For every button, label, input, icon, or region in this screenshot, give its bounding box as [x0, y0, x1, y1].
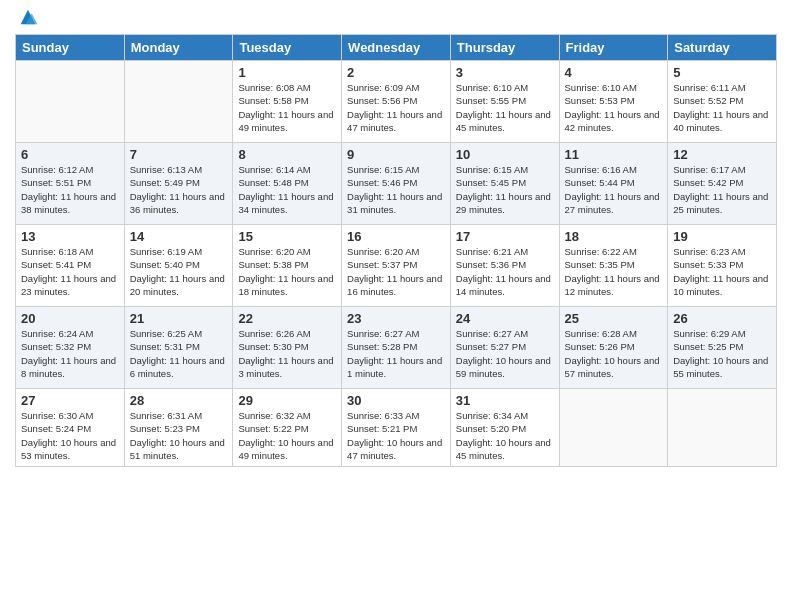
- day-info: Sunrise: 6:20 AM Sunset: 5:38 PM Dayligh…: [238, 245, 336, 298]
- day-info: Sunrise: 6:24 AM Sunset: 5:32 PM Dayligh…: [21, 327, 119, 380]
- day-number: 21: [130, 311, 228, 326]
- calendar-cell: 10Sunrise: 6:15 AM Sunset: 5:45 PM Dayli…: [450, 143, 559, 225]
- day-info: Sunrise: 6:19 AM Sunset: 5:40 PM Dayligh…: [130, 245, 228, 298]
- day-number: 3: [456, 65, 554, 80]
- calendar-cell: 21Sunrise: 6:25 AM Sunset: 5:31 PM Dayli…: [124, 307, 233, 389]
- calendar-cell: 25Sunrise: 6:28 AM Sunset: 5:26 PM Dayli…: [559, 307, 668, 389]
- calendar-cell: 12Sunrise: 6:17 AM Sunset: 5:42 PM Dayli…: [668, 143, 777, 225]
- calendar-cell: 19Sunrise: 6:23 AM Sunset: 5:33 PM Dayli…: [668, 225, 777, 307]
- day-number: 20: [21, 311, 119, 326]
- day-number: 14: [130, 229, 228, 244]
- day-number: 27: [21, 393, 119, 408]
- calendar-cell: 23Sunrise: 6:27 AM Sunset: 5:28 PM Dayli…: [342, 307, 451, 389]
- day-info: Sunrise: 6:27 AM Sunset: 5:28 PM Dayligh…: [347, 327, 445, 380]
- calendar-cell: 14Sunrise: 6:19 AM Sunset: 5:40 PM Dayli…: [124, 225, 233, 307]
- day-info: Sunrise: 6:15 AM Sunset: 5:45 PM Dayligh…: [456, 163, 554, 216]
- day-info: Sunrise: 6:11 AM Sunset: 5:52 PM Dayligh…: [673, 81, 771, 134]
- day-info: Sunrise: 6:22 AM Sunset: 5:35 PM Dayligh…: [565, 245, 663, 298]
- calendar-cell: 29Sunrise: 6:32 AM Sunset: 5:22 PM Dayli…: [233, 389, 342, 467]
- calendar-cell: 5Sunrise: 6:11 AM Sunset: 5:52 PM Daylig…: [668, 61, 777, 143]
- calendar-cell: 6Sunrise: 6:12 AM Sunset: 5:51 PM Daylig…: [16, 143, 125, 225]
- calendar-header-row: SundayMondayTuesdayWednesdayThursdayFrid…: [16, 35, 777, 61]
- day-info: Sunrise: 6:32 AM Sunset: 5:22 PM Dayligh…: [238, 409, 336, 462]
- day-info: Sunrise: 6:08 AM Sunset: 5:58 PM Dayligh…: [238, 81, 336, 134]
- calendar-cell: 17Sunrise: 6:21 AM Sunset: 5:36 PM Dayli…: [450, 225, 559, 307]
- day-number: 1: [238, 65, 336, 80]
- day-number: 7: [130, 147, 228, 162]
- day-number: 9: [347, 147, 445, 162]
- calendar-cell: 2Sunrise: 6:09 AM Sunset: 5:56 PM Daylig…: [342, 61, 451, 143]
- calendar-cell: 30Sunrise: 6:33 AM Sunset: 5:21 PM Dayli…: [342, 389, 451, 467]
- calendar-cell: 18Sunrise: 6:22 AM Sunset: 5:35 PM Dayli…: [559, 225, 668, 307]
- day-number: 10: [456, 147, 554, 162]
- calendar-table: SundayMondayTuesdayWednesdayThursdayFrid…: [15, 34, 777, 467]
- calendar-day-header: Tuesday: [233, 35, 342, 61]
- day-number: 24: [456, 311, 554, 326]
- calendar-cell: 8Sunrise: 6:14 AM Sunset: 5:48 PM Daylig…: [233, 143, 342, 225]
- day-info: Sunrise: 6:14 AM Sunset: 5:48 PM Dayligh…: [238, 163, 336, 216]
- day-info: Sunrise: 6:31 AM Sunset: 5:23 PM Dayligh…: [130, 409, 228, 462]
- day-info: Sunrise: 6:23 AM Sunset: 5:33 PM Dayligh…: [673, 245, 771, 298]
- day-number: 15: [238, 229, 336, 244]
- day-number: 18: [565, 229, 663, 244]
- calendar-cell: 15Sunrise: 6:20 AM Sunset: 5:38 PM Dayli…: [233, 225, 342, 307]
- calendar-cell: 26Sunrise: 6:29 AM Sunset: 5:25 PM Dayli…: [668, 307, 777, 389]
- day-number: 23: [347, 311, 445, 326]
- day-info: Sunrise: 6:30 AM Sunset: 5:24 PM Dayligh…: [21, 409, 119, 462]
- day-number: 25: [565, 311, 663, 326]
- day-number: 19: [673, 229, 771, 244]
- page: SundayMondayTuesdayWednesdayThursdayFrid…: [0, 0, 792, 612]
- day-number: 28: [130, 393, 228, 408]
- day-number: 17: [456, 229, 554, 244]
- day-number: 6: [21, 147, 119, 162]
- day-info: Sunrise: 6:10 AM Sunset: 5:55 PM Dayligh…: [456, 81, 554, 134]
- day-info: Sunrise: 6:28 AM Sunset: 5:26 PM Dayligh…: [565, 327, 663, 380]
- day-number: 8: [238, 147, 336, 162]
- calendar-day-header: Sunday: [16, 35, 125, 61]
- calendar-cell: 27Sunrise: 6:30 AM Sunset: 5:24 PM Dayli…: [16, 389, 125, 467]
- calendar-cell: 7Sunrise: 6:13 AM Sunset: 5:49 PM Daylig…: [124, 143, 233, 225]
- day-info: Sunrise: 6:15 AM Sunset: 5:46 PM Dayligh…: [347, 163, 445, 216]
- day-number: 13: [21, 229, 119, 244]
- day-number: 5: [673, 65, 771, 80]
- day-number: 30: [347, 393, 445, 408]
- calendar-cell: 31Sunrise: 6:34 AM Sunset: 5:20 PM Dayli…: [450, 389, 559, 467]
- calendar-cell: 22Sunrise: 6:26 AM Sunset: 5:30 PM Dayli…: [233, 307, 342, 389]
- calendar-cell: [16, 61, 125, 143]
- day-info: Sunrise: 6:18 AM Sunset: 5:41 PM Dayligh…: [21, 245, 119, 298]
- logo: [15, 14, 39, 28]
- calendar-cell: 1Sunrise: 6:08 AM Sunset: 5:58 PM Daylig…: [233, 61, 342, 143]
- calendar-cell: 4Sunrise: 6:10 AM Sunset: 5:53 PM Daylig…: [559, 61, 668, 143]
- calendar-cell: [668, 389, 777, 467]
- calendar-day-header: Wednesday: [342, 35, 451, 61]
- day-number: 2: [347, 65, 445, 80]
- day-info: Sunrise: 6:21 AM Sunset: 5:36 PM Dayligh…: [456, 245, 554, 298]
- day-info: Sunrise: 6:16 AM Sunset: 5:44 PM Dayligh…: [565, 163, 663, 216]
- calendar-cell: 20Sunrise: 6:24 AM Sunset: 5:32 PM Dayli…: [16, 307, 125, 389]
- day-number: 4: [565, 65, 663, 80]
- calendar-cell: [559, 389, 668, 467]
- day-info: Sunrise: 6:26 AM Sunset: 5:30 PM Dayligh…: [238, 327, 336, 380]
- day-info: Sunrise: 6:27 AM Sunset: 5:27 PM Dayligh…: [456, 327, 554, 380]
- header: [15, 10, 777, 28]
- day-number: 22: [238, 311, 336, 326]
- day-number: 26: [673, 311, 771, 326]
- day-info: Sunrise: 6:29 AM Sunset: 5:25 PM Dayligh…: [673, 327, 771, 380]
- calendar-cell: 28Sunrise: 6:31 AM Sunset: 5:23 PM Dayli…: [124, 389, 233, 467]
- day-info: Sunrise: 6:33 AM Sunset: 5:21 PM Dayligh…: [347, 409, 445, 462]
- day-info: Sunrise: 6:34 AM Sunset: 5:20 PM Dayligh…: [456, 409, 554, 462]
- day-info: Sunrise: 6:25 AM Sunset: 5:31 PM Dayligh…: [130, 327, 228, 380]
- calendar-cell: 24Sunrise: 6:27 AM Sunset: 5:27 PM Dayli…: [450, 307, 559, 389]
- calendar-cell: [124, 61, 233, 143]
- day-number: 12: [673, 147, 771, 162]
- calendar-cell: 11Sunrise: 6:16 AM Sunset: 5:44 PM Dayli…: [559, 143, 668, 225]
- day-info: Sunrise: 6:12 AM Sunset: 5:51 PM Dayligh…: [21, 163, 119, 216]
- calendar-day-header: Monday: [124, 35, 233, 61]
- calendar-cell: 16Sunrise: 6:20 AM Sunset: 5:37 PM Dayli…: [342, 225, 451, 307]
- calendar-day-header: Thursday: [450, 35, 559, 61]
- day-info: Sunrise: 6:13 AM Sunset: 5:49 PM Dayligh…: [130, 163, 228, 216]
- calendar-day-header: Friday: [559, 35, 668, 61]
- calendar-cell: 9Sunrise: 6:15 AM Sunset: 5:46 PM Daylig…: [342, 143, 451, 225]
- calendar-cell: 13Sunrise: 6:18 AM Sunset: 5:41 PM Dayli…: [16, 225, 125, 307]
- day-number: 29: [238, 393, 336, 408]
